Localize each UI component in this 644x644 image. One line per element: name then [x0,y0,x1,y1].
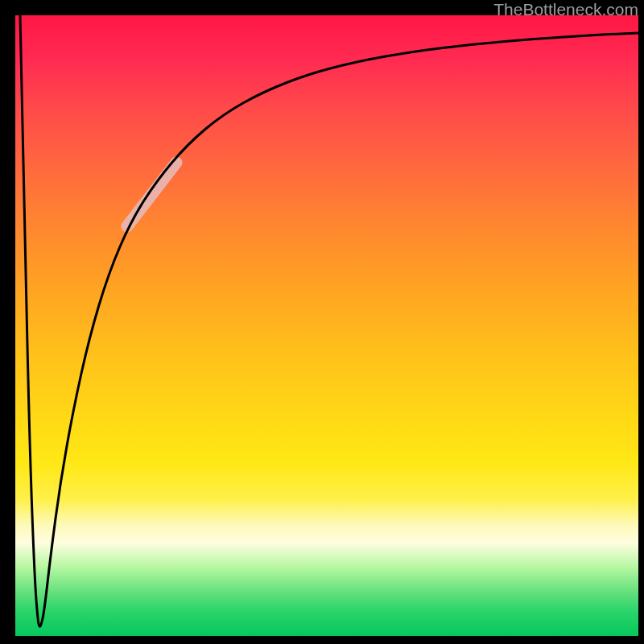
highlight-segment [127,163,176,226]
main-curve [20,15,638,626]
plot-area [15,15,638,636]
chart-container: TheBottleneck.com [0,0,644,644]
curve-layer [15,15,638,636]
attribution-text: TheBottleneck.com [493,0,638,19]
